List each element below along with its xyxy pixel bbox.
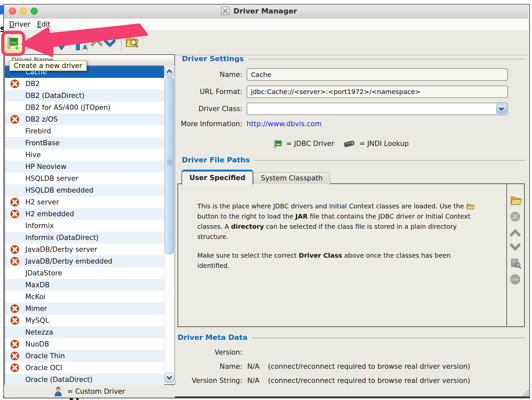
tab-user-specified[interactable]: User Specified bbox=[181, 170, 253, 185]
driver-name: DB2 bbox=[25, 80, 40, 88]
driver-missing-icon bbox=[10, 304, 20, 314]
driver-name: JavaDB/Derby embedded bbox=[25, 257, 112, 265]
scroll-up-button[interactable] bbox=[165, 66, 174, 77]
driver-name: DB2 (DataDirect) bbox=[25, 92, 85, 100]
driver-list-item[interactable]: Oracle (DataDirect) bbox=[5, 374, 164, 386]
find-driver-files-button[interactable] bbox=[125, 35, 140, 51]
driver-list-item[interactable]: H2 embedded bbox=[5, 208, 164, 220]
jdbc-driver-icon bbox=[274, 139, 282, 149]
version-string-value: N/A bbox=[247, 375, 259, 386]
driver-list-item[interactable]: Mimer bbox=[5, 303, 164, 315]
driver-list-item[interactable]: JavaDB/Derby server bbox=[5, 244, 164, 255]
driver-meta-data-heading: Driver Meta Data bbox=[178, 333, 248, 341]
dbvis-link[interactable]: http://www.dbvis.com bbox=[247, 119, 322, 129]
menu-driver[interactable]: Driver bbox=[6, 20, 34, 28]
move-path-down-button[interactable] bbox=[510, 243, 520, 252]
driver-name: Oracle OCI bbox=[25, 364, 62, 372]
sort-descending-button[interactable]: Z bbox=[56, 35, 71, 53]
minimize-window-button[interactable] bbox=[20, 8, 27, 15]
driver-list-item[interactable]: DB2 bbox=[5, 78, 164, 90]
sort-ascending-button[interactable]: Z A bbox=[72, 35, 88, 53]
driver-list-item[interactable]: HSQLDB server bbox=[5, 173, 164, 184]
description-text: button to the right to load the bbox=[197, 213, 295, 220]
driver-list-item[interactable]: DB2 z/OS bbox=[5, 113, 164, 125]
driver-settings-heading: Driver Settings bbox=[182, 55, 244, 63]
driver-list-item[interactable]: Informix (DataDirect) bbox=[5, 232, 164, 244]
driver-list-item[interactable]: Hive bbox=[5, 149, 164, 161]
remove-path-button[interactable] bbox=[510, 211, 520, 223]
driver-name: HP Neoview bbox=[25, 163, 66, 171]
description-paragraph: This is the place where JDBC drivers and… bbox=[197, 201, 477, 242]
toolbar-separator bbox=[121, 35, 122, 52]
section-rule bbox=[254, 160, 525, 161]
driver-list-item[interactable]: H2 server bbox=[5, 196, 164, 208]
find-driver-class-button[interactable] bbox=[510, 258, 521, 270]
driver-name: JDataStore bbox=[25, 269, 62, 277]
jndi-legend-text: = JNDI Lookup bbox=[359, 140, 409, 148]
chevron-down-icon bbox=[166, 376, 172, 380]
driver-name: MaxDB bbox=[25, 281, 50, 289]
driver-file-paths-section: Driver File Paths bbox=[182, 156, 525, 164]
driver-list-item[interactable]: MySQL bbox=[5, 315, 164, 326]
driver-list-item[interactable]: DB2 (DataDirect) bbox=[5, 90, 164, 102]
zoom-window-button[interactable] bbox=[31, 8, 38, 15]
create-driver-icon bbox=[7, 36, 20, 51]
tab-system-classpath[interactable]: System Classpath bbox=[253, 172, 330, 184]
toolbar-separator bbox=[87, 35, 88, 52]
driver-list-scrollbar[interactable] bbox=[164, 65, 175, 384]
driver-missing-icon bbox=[10, 256, 20, 266]
more-information-label: More Information: bbox=[178, 119, 242, 129]
driver-name: H2 server bbox=[25, 198, 59, 206]
remove-driver-button[interactable] bbox=[25, 37, 39, 53]
driver-class-dropdown-button[interactable] bbox=[496, 104, 507, 114]
driver-list-item[interactable]: HSQLDB embedded bbox=[5, 184, 164, 196]
version-string-label: Version String: bbox=[178, 375, 242, 386]
chevron-down-icon bbox=[499, 107, 504, 110]
folder-search-icon bbox=[125, 35, 140, 50]
driver-list-item[interactable]: NuoDB bbox=[5, 338, 164, 350]
window-title: Driver Manager bbox=[233, 7, 297, 15]
driver-missing-icon bbox=[10, 79, 20, 89]
title-bar[interactable]: Driver Manager bbox=[4, 5, 528, 18]
driver-missing-icon bbox=[10, 351, 20, 361]
driver-list-item[interactable]: JDataStore bbox=[5, 267, 164, 279]
move-down-button[interactable] bbox=[104, 39, 116, 49]
create-driver-button[interactable] bbox=[4, 34, 23, 54]
url-format-input[interactable]: jdbc:Cache://<server>:<port1972>/<namesp… bbox=[247, 85, 508, 98]
close-window-button[interactable] bbox=[9, 8, 16, 15]
driver-list-item[interactable]: Netezza bbox=[5, 326, 164, 338]
driver-list: Driver Name Cache DB2DB2 (DataDirect)DB2… bbox=[4, 54, 175, 385]
driver-missing-icon bbox=[10, 316, 20, 325]
name-input[interactable]: Cache bbox=[247, 68, 508, 81]
driver-list-item[interactable]: MaxDB bbox=[5, 279, 164, 291]
url-format-label: URL Format: bbox=[178, 85, 242, 98]
stop-button[interactable]: STOP bbox=[510, 274, 520, 286]
driver-name: H2 embedded bbox=[25, 210, 74, 218]
driver-class-label: Driver Class: bbox=[178, 103, 242, 115]
driver-list-item[interactable]: JavaDB/Derby embedded bbox=[5, 255, 164, 267]
driver-list-item[interactable]: DB2 for AS/400 (JTOpen) bbox=[5, 102, 164, 113]
scrollbar-thumb[interactable] bbox=[165, 77, 174, 254]
driver-missing-icon bbox=[10, 114, 20, 124]
resize-grip[interactable] bbox=[521, 388, 530, 397]
driver-list-item[interactable]: Informix bbox=[5, 220, 164, 232]
version-label: Version: bbox=[178, 347, 242, 358]
scroll-down-button[interactable] bbox=[165, 372, 174, 383]
driver-list-item[interactable]: HP Neoview bbox=[5, 161, 164, 173]
remove-driver-icon bbox=[25, 37, 39, 51]
driver-list-item[interactable]: McKoi bbox=[5, 291, 164, 303]
sort-descending-icon: Z bbox=[56, 35, 71, 51]
driver-list-item[interactable]: Firebird bbox=[5, 125, 164, 137]
driver-list-item[interactable]: Oracle OCI bbox=[5, 362, 164, 374]
menu-edit[interactable]: Edit bbox=[34, 20, 54, 28]
move-up-button[interactable] bbox=[91, 38, 103, 48]
jdbc-legend-text: = JDBC Driver bbox=[286, 140, 334, 148]
load-jar-button[interactable] bbox=[510, 195, 522, 207]
driver-list-item[interactable]: Oracle Thin bbox=[5, 350, 164, 362]
driver-list-item[interactable]: FrontBase bbox=[5, 137, 164, 149]
description-bold-text: directory bbox=[231, 223, 264, 230]
driver-name: McKoi bbox=[25, 293, 45, 301]
move-path-up-button[interactable] bbox=[510, 229, 520, 238]
driver-class-combobox[interactable] bbox=[247, 103, 508, 115]
person-icon bbox=[54, 387, 62, 396]
